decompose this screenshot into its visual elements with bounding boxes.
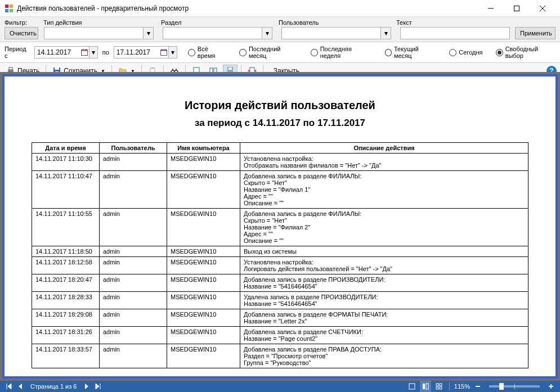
radio-last-week[interactable]: Последняя неделя [311, 46, 371, 59]
table-row: 14.11.2017 18:29:08adminMSEDGEWIN10Добав… [32, 309, 528, 327]
header-user: Пользователь [100, 143, 167, 154]
view-mode-1-button[interactable] [406, 381, 418, 392]
cell-user: admin [100, 154, 167, 171]
chevron-down-icon[interactable]: ▾ [262, 28, 272, 39]
period-from-label: Период с [5, 46, 30, 59]
cell-datetime: 14.11.2017 18:28:33 [32, 292, 100, 309]
cell-computer: MSEDGEWIN10 [167, 154, 240, 171]
cell-datetime: 14.11.2017 18:20:47 [32, 274, 100, 292]
cell-user: admin [100, 274, 167, 292]
chevron-down-icon[interactable]: ▾ [168, 47, 177, 58]
next-page-button[interactable] [81, 381, 92, 392]
svg-rect-23 [151, 67, 154, 69]
period-row: Период с ▾ по ▾ Всё время Последний меся… [0, 42, 560, 63]
type-combo[interactable]: ▾ [44, 27, 154, 39]
minimize-button[interactable] [478, 0, 504, 17]
calendar-icon[interactable] [159, 47, 168, 58]
close-button[interactable] [530, 0, 555, 17]
svg-rect-9 [81, 50, 87, 51]
date-to-picker[interactable]: ▾ [114, 46, 177, 58]
chevron-down-icon[interactable]: ▾ [380, 28, 391, 39]
radio-custom[interactable]: Свободный выбор [496, 46, 555, 59]
table-row: 14.11.2017 18:33:57adminMSEDGEWIN10Добав… [32, 344, 528, 368]
apply-button[interactable]: Применить [515, 27, 555, 39]
cell-user: admin [100, 171, 167, 209]
header-computer: Имя компьютера [167, 143, 240, 154]
user-combo-input[interactable] [282, 28, 380, 39]
view-mode-2-button[interactable] [420, 381, 431, 392]
svg-rect-35 [423, 384, 425, 389]
zoom-out-button[interactable] [472, 381, 483, 392]
svg-rect-34 [409, 384, 415, 389]
svg-rect-39 [436, 387, 438, 389]
radio-current-month[interactable]: Текущий месяц [385, 46, 436, 59]
svg-rect-20 [55, 67, 59, 70]
report-table: Дата и время Пользователь Имя компьютера… [32, 142, 528, 368]
prev-page-button[interactable] [15, 381, 26, 392]
cell-description: Добавлена запись в разделе ПРАВА ДОСТУПА… [240, 344, 528, 368]
page-indicator: Страница 1 из 6 [30, 383, 77, 390]
maximize-button[interactable] [504, 0, 530, 17]
cell-computer: MSEDGEWIN10 [167, 246, 240, 257]
radio-last-month[interactable]: Последний месяц [239, 46, 297, 59]
titlebar: Действия пользователей - предварительный… [0, 0, 560, 17]
svg-rect-5 [514, 6, 519, 11]
radio-label: Последняя неделя [320, 46, 371, 59]
chevron-down-icon[interactable]: ▾ [89, 47, 97, 58]
report-title: История действий пользователей [32, 99, 528, 112]
clear-button[interactable]: Очистить [5, 27, 38, 39]
cell-user: admin [100, 344, 167, 368]
date-from-picker[interactable]: ▾ [34, 46, 98, 58]
type-combo-input[interactable] [44, 28, 143, 39]
first-page-button[interactable] [3, 381, 15, 392]
cell-description: Добавлена запись в разделе ФОРМАТЫ ПЕЧАТ… [240, 309, 528, 327]
chevron-down-icon[interactable]: ▾ [143, 28, 153, 39]
preview-area: История действий пользователей за период… [0, 72, 560, 381]
cell-datetime: 14.11.2017 11:18:50 [32, 246, 100, 257]
svg-rect-0 [5, 4, 8, 8]
svg-rect-1 [10, 4, 13, 8]
app-icon [5, 4, 14, 13]
cell-description: Выход из системы [240, 246, 528, 257]
view-mode-3-button[interactable] [433, 381, 445, 392]
radio-label: Сегодня [459, 49, 482, 56]
last-page-button[interactable] [92, 381, 104, 392]
cell-description: Добавлена запись в разделе ПРОИЗВОДИТЕЛИ… [240, 274, 528, 292]
table-row: 14.11.2017 11:18:50adminMSEDGEWIN10Выход… [32, 246, 528, 257]
zoom-thumb[interactable] [499, 383, 504, 390]
cell-user: admin [100, 246, 167, 257]
cell-user: admin [100, 209, 167, 246]
section-combo[interactable]: ▾ [163, 27, 272, 39]
cell-datetime: 14.11.2017 11:10:55 [32, 209, 100, 246]
zoom-slider[interactable] [489, 385, 540, 388]
radio-all-time[interactable]: Всё время [188, 46, 226, 59]
user-combo[interactable]: ▾ [281, 27, 391, 39]
table-row: 14.11.2017 11:10:47adminMSEDGEWIN10Добав… [32, 171, 528, 209]
date-from-input[interactable] [35, 47, 80, 58]
period-to-label: по [102, 49, 109, 56]
cell-computer: MSEDGEWIN10 [167, 209, 240, 246]
calendar-icon[interactable] [80, 47, 89, 58]
filter-label: Фильтр: [5, 19, 41, 26]
cell-description: Установлена настройка:Отображать названи… [240, 154, 528, 171]
svg-rect-36 [426, 384, 428, 389]
cell-computer: MSEDGEWIN10 [167, 292, 240, 309]
report-subtitle: за период с 14.11.2017 по 17.11.2017 [32, 118, 528, 129]
text-filter-input[interactable] [400, 27, 510, 39]
cell-description: Установлена настройка:Логировать действи… [240, 257, 528, 274]
table-row: 14.11.2017 18:28:33adminMSEDGEWIN10Удале… [32, 292, 528, 309]
header-datetime: Дата и время [32, 143, 100, 154]
type-label: Тип действия [43, 19, 159, 26]
cell-datetime: 14.11.2017 11:10:47 [32, 171, 100, 209]
table-row: 14.11.2017 18:12:58adminMSEDGEWIN10Устан… [32, 257, 528, 274]
cell-datetime: 14.11.2017 18:29:08 [32, 309, 100, 327]
cell-user: admin [100, 309, 167, 327]
date-to-input[interactable] [114, 47, 159, 58]
cell-computer: MSEDGEWIN10 [167, 171, 240, 209]
zoom-in-button[interactable] [545, 381, 557, 392]
cell-computer: MSEDGEWIN10 [167, 327, 240, 344]
cell-user: admin [100, 292, 167, 309]
radio-today[interactable]: Сегодня [449, 49, 482, 56]
section-combo-input[interactable] [163, 28, 262, 39]
cell-computer: MSEDGEWIN10 [167, 309, 240, 327]
